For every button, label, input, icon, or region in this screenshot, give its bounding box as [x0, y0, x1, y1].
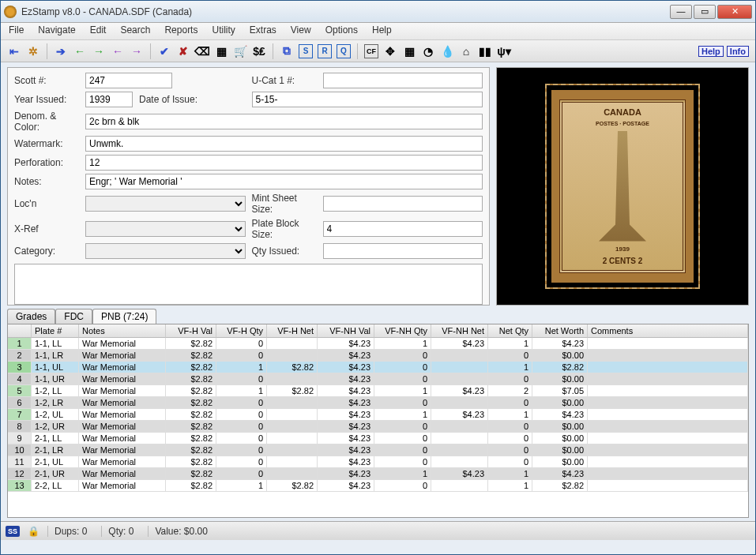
col-notes[interactable]: Notes	[79, 324, 166, 338]
cell-hv[interactable]: $2.82	[166, 468, 216, 480]
tab-pnb[interactable]: PNB (7:24)	[92, 309, 156, 324]
cell-hn[interactable]	[267, 433, 318, 444]
cell-hn[interactable]	[267, 468, 318, 480]
col-vfh-val[interactable]: VF-H Val	[166, 324, 216, 338]
table-row[interactable]: 71-2, ULWar Memorial$2.820$4.231$4.231$4…	[8, 409, 748, 421]
cell-rownum[interactable]: 5	[8, 385, 32, 397]
table-row[interactable]: 51-2, LLWar Memorial$2.821$2.82$4.231$4.…	[8, 385, 748, 397]
cell-nhq[interactable]: 0	[374, 456, 431, 468]
cell-nhv[interactable]: $4.23	[318, 397, 374, 409]
cell-hn[interactable]	[267, 444, 318, 456]
cell-c[interactable]	[588, 397, 748, 409]
table-row[interactable]: 132-2, LLWar Memorial$2.821$2.82$4.2301$…	[8, 480, 748, 492]
year-input[interactable]	[85, 92, 133, 107]
nav-next-blue-icon[interactable]: ➔	[54, 44, 68, 58]
cancel-icon[interactable]: ✘	[176, 44, 190, 58]
cell-nw[interactable]: $0.00	[532, 433, 588, 444]
cf-icon[interactable]: CF	[364, 44, 378, 58]
cell-c[interactable]	[588, 444, 748, 456]
nav-next-purple-icon[interactable]: →	[130, 44, 144, 58]
doi-input[interactable]	[252, 92, 483, 107]
cell-hq[interactable]: 0	[216, 444, 267, 456]
cell-nhn[interactable]: $4.23	[431, 468, 488, 480]
cell-c[interactable]	[588, 480, 748, 492]
pbs-input[interactable]	[323, 221, 483, 237]
cell-nhq[interactable]: 0	[374, 421, 431, 433]
cell-hn[interactable]	[267, 409, 318, 421]
col-net-qty[interactable]: Net Qty	[488, 324, 532, 338]
cell-rownum[interactable]: 3	[8, 362, 32, 373]
wmk-input[interactable]	[85, 136, 483, 152]
nav-prev-purple-icon[interactable]: ←	[111, 44, 125, 58]
cell-hv[interactable]: $2.82	[166, 456, 216, 468]
cell-rownum[interactable]: 9	[8, 433, 32, 444]
cell-notes[interactable]: War Memorial	[79, 338, 166, 350]
cell-nhn[interactable]: $4.23	[431, 409, 488, 421]
cell-nhn[interactable]	[431, 421, 488, 433]
cell-nw[interactable]: $7.05	[532, 385, 588, 397]
table-row[interactable]: 11-1, LLWar Memorial$2.820$4.231$4.231$4…	[8, 338, 748, 350]
table-row[interactable]: 102-1, LRWar Memorial$2.820$4.2300$0.00	[8, 444, 748, 456]
help-button[interactable]: Help	[698, 46, 724, 57]
table-row[interactable]: 81-2, URWar Memorial$2.820$4.2300$0.00	[8, 421, 748, 433]
cell-c[interactable]	[588, 350, 748, 362]
menu-edit[interactable]: Edit	[90, 24, 107, 38]
table-row[interactable]: 21-1, LRWar Memorial$2.820$4.2300$0.00	[8, 350, 748, 362]
cell-hq[interactable]: 0	[216, 397, 267, 409]
cell-hq[interactable]: 1	[216, 480, 267, 492]
cell-nhv[interactable]: $4.23	[318, 409, 374, 421]
menu-options[interactable]: Options	[325, 24, 358, 38]
check-icon[interactable]: ✔	[157, 44, 171, 58]
stamp-image-panel[interactable]: CANADA POSTES · POSTAGE 1939 2 CENTS 2	[496, 67, 749, 306]
cell-hv[interactable]: $2.82	[166, 433, 216, 444]
table-row[interactable]: 31-1, ULWar Memorial$2.821$2.82$4.2301$2…	[8, 362, 748, 373]
cell-nw[interactable]: $2.82	[532, 362, 588, 373]
xref-select[interactable]	[85, 221, 246, 237]
cell-notes[interactable]: War Memorial	[79, 444, 166, 456]
cell-plate[interactable]: 1-1, LR	[32, 350, 79, 362]
cell-hq[interactable]: 0	[216, 421, 267, 433]
col-vfh-qty[interactable]: VF-H Qty	[216, 324, 267, 338]
cell-rownum[interactable]: 11	[8, 456, 32, 468]
cell-rownum[interactable]: 12	[8, 468, 32, 480]
cell-nw[interactable]: $2.82	[532, 480, 588, 492]
cell-c[interactable]	[588, 338, 748, 350]
cell-hn[interactable]: $2.82	[267, 480, 318, 492]
cell-nhn[interactable]	[431, 397, 488, 409]
menu-file[interactable]: File	[9, 24, 24, 38]
cell-plate[interactable]: 2-1, LR	[32, 444, 79, 456]
status-lock-icon[interactable]: 🔒	[28, 526, 39, 537]
globe-icon[interactable]: ◔	[421, 44, 435, 58]
col-rownum[interactable]	[8, 324, 32, 338]
cell-hv[interactable]: $2.82	[166, 350, 216, 362]
cell-nq[interactable]: 1	[488, 362, 532, 373]
menu-help[interactable]: Help	[372, 24, 392, 38]
cell-nw[interactable]: $0.00	[532, 397, 588, 409]
cell-nq[interactable]: 1	[488, 409, 532, 421]
cell-nq[interactable]: 0	[488, 456, 532, 468]
currency-icon[interactable]: $₤	[252, 44, 266, 58]
menu-reports[interactable]: Reports	[164, 24, 197, 38]
cell-notes[interactable]: War Memorial	[79, 385, 166, 397]
col-net-worth[interactable]: Net Worth	[532, 324, 588, 338]
mint-input[interactable]	[323, 196, 483, 212]
cell-nq[interactable]: 0	[488, 397, 532, 409]
close-button[interactable]: ✕	[717, 5, 752, 19]
nav-target-icon[interactable]: ✲	[26, 44, 40, 58]
cell-plate[interactable]: 1-2, UL	[32, 409, 79, 421]
cell-nw[interactable]: $0.00	[532, 456, 588, 468]
calendar-icon[interactable]: ▦	[402, 44, 416, 58]
cell-plate[interactable]: 2-1, UR	[32, 468, 79, 480]
cell-nhv[interactable]: $4.23	[318, 350, 374, 362]
nav-first-icon[interactable]: ⇤	[7, 44, 21, 58]
status-ss-icon[interactable]: SS	[6, 526, 20, 537]
link-icon[interactable]: ⧉	[280, 44, 294, 58]
cell-hn[interactable]	[267, 350, 318, 362]
cell-nhv[interactable]: $4.23	[318, 480, 374, 492]
cell-nhv[interactable]: $4.23	[318, 338, 374, 350]
denom-input[interactable]	[85, 114, 483, 129]
cell-c[interactable]	[588, 409, 748, 421]
table-row[interactable]: 92-1, LLWar Memorial$2.820$4.2300$0.00	[8, 433, 748, 444]
q-icon[interactable]: Q	[337, 44, 351, 58]
cell-nhn[interactable]	[431, 373, 488, 385]
